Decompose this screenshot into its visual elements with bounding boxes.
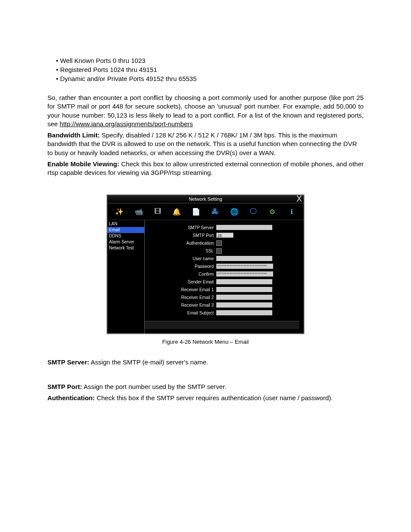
input-password[interactable]: ******************************** [216, 264, 273, 269]
sidebar-item-email[interactable]: Email [107, 227, 144, 233]
iana-link[interactable]: http://www.iana.org/assignments/port-num… [59, 120, 193, 128]
alarm-icon[interactable]: 🔔 [172, 207, 181, 216]
port-advice-paragraph: So, rather than encounter a port conflic… [47, 93, 364, 128]
input-confirm[interactable]: ******************************** [216, 271, 273, 277]
sidebar-item-network-test[interactable]: Network Test [107, 245, 144, 251]
input-receiver-email-2[interactable] [216, 295, 272, 300]
label-confirm: Confirm [145, 272, 216, 277]
checkbox-authentication[interactable] [216, 240, 222, 246]
sidebar-item-lan[interactable]: LAN [107, 221, 144, 227]
smtp-server-paragraph: SMTP Server: Assign the SMTP (e-mail) se… [47, 358, 364, 367]
authentication-paragraph: Authentication: Check this box if the SM… [47, 394, 364, 402]
display-icon[interactable]: 🖵 [249, 207, 258, 216]
sidebar-item-alarm-server[interactable]: Alarm Server [107, 239, 144, 245]
label-receiver-email-1: Receiver Email 1 [145, 287, 216, 292]
bullet-dynamic: Dynamic and/or Private Ports 49152 thru … [56, 74, 364, 83]
authentication-desc: Check this box if the SMTP server requir… [95, 394, 333, 401]
label-receiver-email-3: Receiver Email 3 [145, 303, 216, 308]
smtp-port-paragraph: SMTP Port: Assign the port number used b… [47, 383, 364, 391]
dvr-sidebar: LAN Email DDNS Alarm Server Network Test [107, 220, 145, 333]
record-icon[interactable]: 🎞 [153, 207, 162, 216]
mobile-viewing-paragraph: Enable Mobile Viewing: Check this box to… [47, 160, 364, 177]
label-authentication: Authentication [145, 241, 216, 246]
input-smtp-port[interactable]: 25 [216, 233, 234, 238]
network-icon[interactable]: 🖧 [210, 207, 220, 216]
smtp-port-desc: Assign the port number used by the SMTP … [82, 383, 227, 390]
dvr-network-setting-window: Network Setting X ✨ 📹 🎞 🔔 📄 🖧 🌐 🖵 ⚙ ℹ LA… [106, 194, 305, 334]
label-smtp-server: SMTP Server [145, 225, 216, 230]
dvr-toolbar: ✨ 📹 🎞 🔔 📄 🖧 🌐 🖵 ⚙ ℹ [107, 203, 304, 220]
bullet-registered: Registered Ports 1024 thru 49151 [56, 65, 364, 74]
input-sender-email[interactable] [216, 279, 272, 284]
authentication-term: Authentication: [47, 394, 95, 401]
smtp-server-term: SMTP Server: [47, 358, 89, 366]
label-email-subject: Email Subject [145, 311, 216, 315]
label-username: User name [145, 256, 216, 261]
label-sender-email: Sender Email [145, 280, 216, 284]
label-smtp-port: SMTP Port [145, 233, 216, 238]
remote-icon[interactable]: 🌐 [230, 207, 239, 216]
label-ssl: SSL [145, 249, 216, 253]
input-receiver-email-3[interactable] [216, 302, 272, 308]
input-receiver-email-1[interactable] [216, 287, 272, 292]
wizard-icon[interactable]: ✨ [115, 207, 124, 216]
dvr-window-title-bar: Network Setting X [107, 195, 304, 203]
label-receiver-email-2: Receiver Email 2 [145, 295, 216, 300]
smtp-port-term: SMTP Port: [47, 383, 82, 390]
info-icon[interactable]: ℹ [287, 207, 296, 216]
schedule-icon[interactable]: 📄 [191, 207, 201, 216]
dvr-window-title: Network Setting [189, 196, 222, 202]
bullet-well-known: Well Known Ports 0 thru 1023 [56, 56, 364, 65]
input-email-subject[interactable] [216, 310, 272, 315]
close-icon[interactable]: X [296, 194, 302, 203]
bandwidth-label: Bandwidth Limit: [47, 131, 100, 139]
checkbox-ssl[interactable] [216, 248, 222, 254]
camera-icon[interactable]: 📹 [134, 207, 143, 216]
dvr-email-form: SMTP Server SMTP Port 25 Authentication … [145, 220, 304, 333]
label-password: Password [145, 264, 216, 269]
mobile-viewing-label: Enable Mobile Viewing: [47, 160, 119, 168]
dvr-footer [145, 321, 299, 329]
system-icon[interactable]: ⚙ [268, 207, 277, 216]
input-smtp-server[interactable] [216, 225, 272, 230]
sidebar-item-ddns[interactable]: DDNS [107, 233, 144, 239]
smtp-server-desc: Assign the SMTP (e-mail) server's name. [89, 358, 208, 366]
port-category-list: Well Known Ports 0 thru 1023 Registered … [56, 56, 364, 83]
bandwidth-paragraph: Bandwidth Limit: Specify, disabled / 128… [47, 131, 364, 157]
input-username[interactable] [216, 256, 272, 261]
figure-caption: Figure 4-26 Network Menu – Email [47, 339, 364, 345]
